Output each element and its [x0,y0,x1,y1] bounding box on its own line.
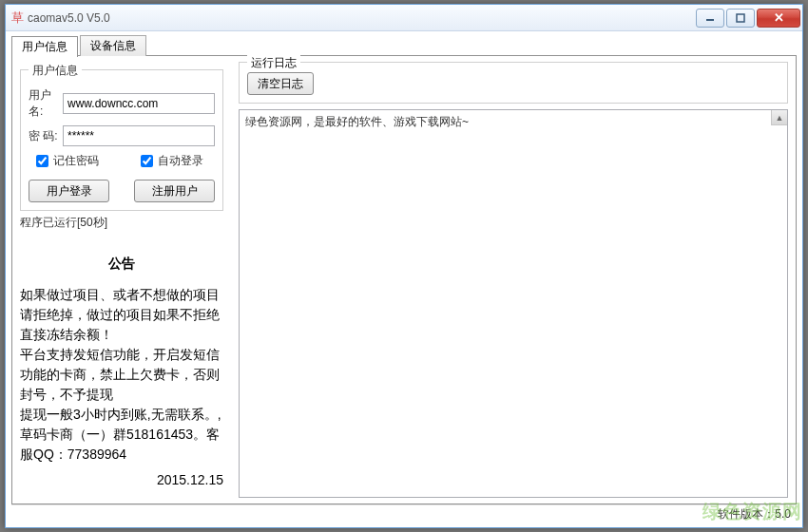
remember-password-checkbox[interactable]: 记住密码 [32,152,99,170]
autologin-label: 自动登录 [158,153,203,169]
notice-body: 如果做过项目、或者不想做的项目请拒绝掉，做过的项目如果不拒绝直接冻结余额！ 平台… [20,285,223,465]
close-button[interactable]: ✕ [757,9,800,28]
autologin-box[interactable] [141,155,153,167]
notice-date: 2015.12.15 [20,470,223,490]
login-group-legend: 用户信息 [29,63,82,79]
minimize-button[interactable] [696,9,724,28]
maximize-button[interactable] [726,9,755,28]
password-input[interactable] [63,125,215,146]
window-title: caomav5.0 V5.0 [28,11,110,25]
right-panel: 运行日志 清空日志 绿色资源网，是最好的软件、游戏下载网站~ ▲ [231,56,796,504]
footer: 软件版本：5.0 [11,504,797,523]
app-icon: 草 [11,10,24,27]
log-group-legend: 运行日志 [247,55,300,71]
login-group: 用户信息 用户名: 密 码: 记住密码 自动登录 用户登录 [20,69,223,211]
titlebar: 草 caomav5.0 V5.0 ✕ [6,5,802,31]
runtime-status: 程序已运行[50秒] [20,215,223,231]
log-group: 运行日志 清空日志 [239,62,788,104]
version-label: 软件版本：5.0 [718,506,791,522]
autologin-checkbox[interactable]: 自动登录 [137,152,203,170]
scroll-up-icon[interactable]: ▲ [771,110,787,125]
username-input[interactable] [63,93,215,114]
password-label: 密 码: [29,128,63,144]
left-panel: 用户信息 用户名: 密 码: 记住密码 自动登录 用户登录 [12,56,231,504]
tab-device-info[interactable]: 设备信息 [80,35,146,56]
log-textarea[interactable]: 绿色资源网，是最好的软件、游戏下载网站~ ▲ [239,109,788,498]
remember-password-label: 记住密码 [53,153,99,169]
svg-rect-1 [737,14,744,22]
notice-title: 公告 [20,254,223,274]
register-button[interactable]: 注册用户 [134,180,215,202]
tab-strip: 用户信息 设备信息 [11,35,797,56]
notice-panel: 公告 如果做过项目、或者不想做的项目请拒绝掉，做过的项目如果不拒绝直接冻结余额！… [20,248,223,490]
login-button[interactable]: 用户登录 [29,180,109,202]
remember-password-box[interactable] [36,155,48,167]
app-window: 草 caomav5.0 V5.0 ✕ 用户信息 设备信息 用户信息 用户名: 密… [5,4,803,528]
clear-log-button[interactable]: 清空日志 [247,72,314,95]
username-label: 用户名: [29,87,63,120]
log-content: 绿色资源网，是最好的软件、游戏下载网站~ [245,114,781,130]
tab-content: 用户信息 用户名: 密 码: 记住密码 自动登录 用户登录 [11,55,797,504]
tab-user-info[interactable]: 用户信息 [11,36,78,57]
